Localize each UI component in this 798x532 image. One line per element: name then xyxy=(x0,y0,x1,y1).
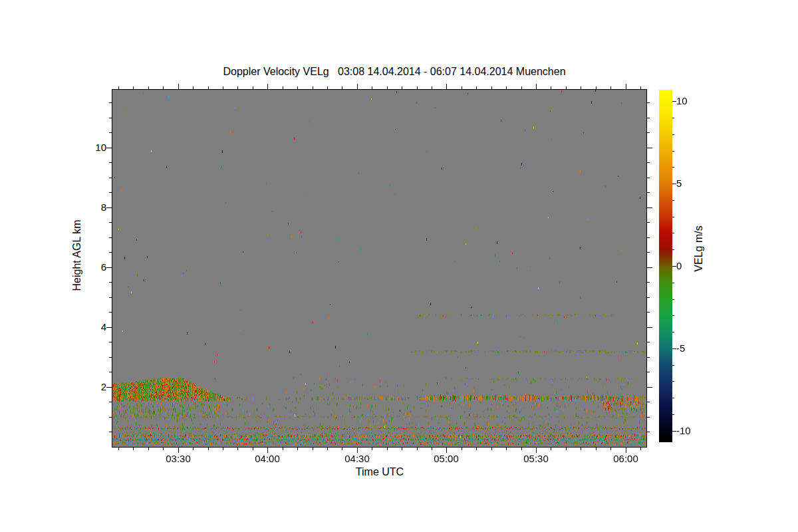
colorbar-minor-tick xyxy=(672,200,674,201)
axis-tick xyxy=(163,448,164,450)
y-tick-label: 10 xyxy=(77,142,106,153)
axis-tick xyxy=(647,207,652,208)
axis-tick xyxy=(647,102,650,103)
x-tick-label: 05:30 xyxy=(523,453,549,464)
axis-tick xyxy=(109,192,112,193)
axis-tick xyxy=(253,448,253,450)
axis-tick xyxy=(357,84,358,89)
axis-tick xyxy=(647,222,650,223)
colorbar-tick-label: -10 xyxy=(676,425,691,436)
colorbar-minor-tick xyxy=(672,249,674,250)
axis-tick xyxy=(208,448,209,450)
velocity-heatmap-canvas xyxy=(112,90,646,447)
colorbar-minor-tick xyxy=(672,315,674,316)
axis-tick xyxy=(446,84,447,89)
x-tick-label: 05:00 xyxy=(434,453,459,464)
axis-tick xyxy=(106,148,112,148)
axis-tick xyxy=(476,448,477,450)
axis-tick xyxy=(313,448,313,450)
axis-tick xyxy=(647,357,650,358)
axis-tick xyxy=(536,84,537,89)
axis-tick xyxy=(626,84,626,89)
axis-tick xyxy=(647,297,650,298)
axis-tick xyxy=(133,448,134,450)
x-tick-label: 06:00 xyxy=(613,453,638,464)
axis-tick xyxy=(647,432,650,432)
chart-title: Doppler Velocity VELg 03:08 14.04.2014 -… xyxy=(223,66,565,78)
axis-tick xyxy=(417,448,418,450)
axis-tick xyxy=(133,86,134,89)
axis-tick xyxy=(109,432,112,432)
colorbar-minor-tick xyxy=(672,398,674,398)
axis-tick xyxy=(342,86,342,89)
axis-tick xyxy=(109,132,112,133)
axis-tick xyxy=(163,86,164,89)
axis-tick xyxy=(387,448,388,450)
axis-tick xyxy=(506,86,507,89)
axis-tick xyxy=(640,448,641,450)
axis-tick xyxy=(118,448,119,450)
axis-tick xyxy=(109,162,112,163)
x-tick-label: 03:30 xyxy=(166,453,191,464)
axis-tick xyxy=(106,387,112,388)
axis-tick xyxy=(109,222,112,223)
axis-tick xyxy=(109,118,112,118)
axis-tick xyxy=(109,102,112,103)
axis-tick xyxy=(647,402,650,402)
axis-tick xyxy=(647,132,650,133)
axis-tick xyxy=(297,448,298,450)
axis-tick xyxy=(109,417,112,418)
axis-tick xyxy=(647,312,650,313)
colorbar-minor-tick xyxy=(672,134,674,135)
colorbar-minor-tick xyxy=(672,299,674,300)
axis-tick xyxy=(476,86,477,89)
axis-tick xyxy=(223,86,223,89)
axis-tick xyxy=(581,86,581,89)
axis-tick xyxy=(417,86,418,89)
axis-tick xyxy=(491,448,492,450)
axis-tick xyxy=(647,237,650,238)
y-tick-label: 2 xyxy=(77,381,106,392)
axis-tick xyxy=(118,86,119,89)
axis-tick xyxy=(506,448,507,450)
axis-tick xyxy=(372,86,372,89)
axis-tick xyxy=(647,267,652,268)
axis-tick xyxy=(647,342,650,342)
colorbar-minor-tick xyxy=(672,217,674,217)
axis-tick xyxy=(297,86,298,89)
colorbar-minor-tick xyxy=(672,151,674,152)
colorbar-tick-label: 0 xyxy=(676,260,682,271)
axis-tick xyxy=(596,86,597,89)
axis-tick xyxy=(521,86,522,89)
axis-tick xyxy=(647,327,652,328)
axis-tick xyxy=(491,86,492,89)
axis-tick xyxy=(109,342,112,342)
colorbar-minor-tick xyxy=(672,381,674,382)
y-tick-label: 8 xyxy=(77,201,106,213)
axis-tick xyxy=(237,448,238,450)
axis-tick xyxy=(109,297,112,298)
axis-tick xyxy=(610,448,611,450)
axis-tick xyxy=(387,86,388,89)
colorbar-tick-label: 5 xyxy=(676,178,682,189)
axis-tick xyxy=(521,448,522,450)
axis-tick xyxy=(342,448,342,450)
axis-tick xyxy=(610,86,611,89)
axis-tick xyxy=(109,372,112,372)
axis-tick xyxy=(462,86,462,89)
colorbar-minor-tick xyxy=(672,414,674,415)
axis-tick xyxy=(193,448,194,450)
axis-tick xyxy=(223,448,223,450)
colorbar-minor-tick xyxy=(672,283,674,283)
x-tick-label: 04:30 xyxy=(344,453,370,464)
doppler-velocity-figure: Doppler Velocity VELg 03:08 14.04.2014 -… xyxy=(0,0,798,532)
axis-tick xyxy=(432,86,432,89)
axis-tick xyxy=(253,86,253,89)
axis-tick xyxy=(109,402,112,402)
colorbar-label: VELg m/s xyxy=(693,225,705,271)
axis-tick xyxy=(432,448,432,450)
axis-tick xyxy=(208,86,209,89)
axis-tick xyxy=(596,448,597,450)
axis-tick xyxy=(106,327,112,328)
axis-tick xyxy=(193,86,194,89)
